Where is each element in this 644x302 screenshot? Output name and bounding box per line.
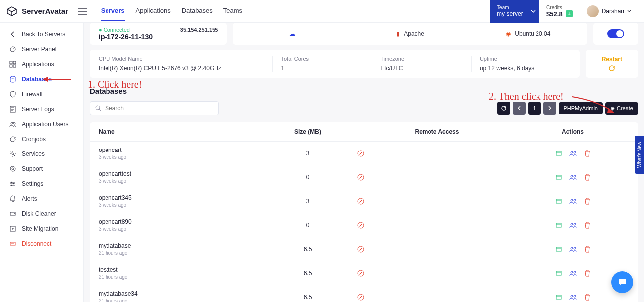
pager-prev-button[interactable] <box>513 102 526 115</box>
sidebar-settings[interactable]: Settings <box>0 176 83 191</box>
pager-page-button[interactable]: 1 <box>528 102 541 115</box>
sidebar-panel[interactable]: Server Panel <box>0 42 83 57</box>
top-header: ServerAvatar Servers Applications Databa… <box>0 0 644 23</box>
add-credits-button[interactable]: + <box>566 10 573 17</box>
delete-action[interactable] <box>584 270 590 277</box>
users-action[interactable] <box>569 246 577 253</box>
th-size: Size (MB) <box>258 128 357 135</box>
refresh-icon <box>608 65 615 72</box>
users-action[interactable] <box>569 198 577 205</box>
sidebar-item-label: Applications <box>22 61 54 68</box>
svg-rect-21 <box>556 151 561 155</box>
table-row: testtest21 hours ago6.5 <box>90 261 638 285</box>
sidebar-disk[interactable]: Disk Cleaner <box>0 206 83 221</box>
sidebar-back[interactable]: Back To Servers <box>0 27 83 42</box>
chevron-down-icon <box>531 10 536 13</box>
database-icon <box>9 76 17 83</box>
toolbar: 1 PHPMyAdmin ⊕Create <box>90 101 638 115</box>
nav-applications[interactable]: Applications <box>136 1 171 21</box>
sidebar-firewall[interactable]: Firewall <box>0 87 83 102</box>
open-action[interactable] <box>555 222 562 229</box>
nav-databases[interactable]: Databases <box>182 1 213 21</box>
sidebar-logs[interactable]: Server Logs <box>0 102 83 117</box>
open-action[interactable] <box>555 174 562 181</box>
chat-icon <box>617 277 627 287</box>
th-actions: Actions <box>517 128 629 135</box>
delete-action[interactable] <box>584 294 590 301</box>
search-field-wrap <box>90 101 219 115</box>
plus-icon: ⊕ <box>610 105 615 112</box>
table-row: mydatabase3421 hours ago6.5 <box>90 285 638 302</box>
bell-icon <box>9 195 17 202</box>
page-title: Databases <box>90 87 638 95</box>
users-action[interactable] <box>569 222 577 229</box>
db-size: 3 <box>258 150 357 157</box>
sidebar-alerts[interactable]: Alerts <box>0 191 83 206</box>
server-power-card <box>593 23 638 45</box>
nav-teams[interactable]: Teams <box>223 1 242 21</box>
gear-icon <box>9 151 17 157</box>
sidebar-appusers[interactable]: Application Users <box>0 117 83 132</box>
open-action[interactable] <box>555 270 562 277</box>
svg-point-23 <box>574 151 576 153</box>
sidebar-support[interactable]: Support <box>0 161 83 176</box>
svg-rect-2 <box>13 61 16 64</box>
delete-action[interactable] <box>584 222 590 229</box>
whats-new-tab[interactable]: What's New <box>635 136 644 174</box>
power-toggle[interactable] <box>607 29 624 38</box>
users-action[interactable] <box>569 150 577 157</box>
support-icon <box>9 165 17 172</box>
cloud-icon: ☁ <box>289 30 295 37</box>
users-action[interactable] <box>569 270 577 277</box>
restart-button[interactable]: Restart <box>586 50 638 78</box>
cores-label: Total Cores <box>281 56 364 62</box>
db-size: 6.5 <box>258 294 357 301</box>
db-time: 21 hours ago <box>99 298 258 302</box>
disk-icon <box>9 210 17 217</box>
logo-icon <box>6 5 18 17</box>
team-selector[interactable]: Team my server <box>490 0 539 23</box>
sidebar-migration[interactable]: Site Migration <box>0 221 83 236</box>
db-size: 0 <box>258 174 357 181</box>
nav-servers[interactable]: Servers <box>101 1 125 21</box>
server-hostname: ip-172-26-11-130 <box>99 33 218 41</box>
search-input[interactable] <box>105 105 214 112</box>
delete-action[interactable] <box>584 150 590 157</box>
open-action[interactable] <box>555 150 562 157</box>
svg-point-26 <box>571 175 573 177</box>
delete-action[interactable] <box>584 246 590 253</box>
migration-icon <box>9 225 17 232</box>
credits-box: Credits $52.8 + <box>539 0 580 23</box>
create-button[interactable]: ⊕Create <box>605 102 638 115</box>
cores-value: 1 <box>281 65 364 72</box>
phpmyadmin-button[interactable]: PHPMyAdmin <box>559 102 603 114</box>
pager-next-button[interactable] <box>543 102 556 115</box>
svg-point-13 <box>13 183 14 184</box>
open-action[interactable] <box>555 246 562 253</box>
refresh-button[interactable] <box>497 102 510 115</box>
table-row: opencart8903 weeks ago0 <box>90 213 638 237</box>
server-meta-cards: ☁ ▮Apache ◉Ubuntu 20.04 <box>233 23 587 45</box>
menu-toggle-icon[interactable] <box>78 8 87 15</box>
sidebar-item-label: Disconnect <box>22 240 51 247</box>
brand-name: ServerAvatar <box>22 7 68 15</box>
svg-point-47 <box>574 295 576 297</box>
profile-menu[interactable]: Darshan <box>580 0 638 23</box>
sidebar-applications[interactable]: Applications <box>0 57 83 72</box>
delete-action[interactable] <box>584 174 590 181</box>
svg-point-42 <box>571 271 573 273</box>
sidebar-services[interactable]: Services <box>0 147 83 161</box>
sidebar-databases[interactable]: Databases <box>0 72 83 87</box>
svg-point-31 <box>574 199 576 201</box>
users-action[interactable] <box>569 294 577 301</box>
sidebar-cronjobs[interactable]: Cronjobs <box>0 132 83 147</box>
chat-fab[interactable] <box>611 271 633 293</box>
open-action[interactable] <box>555 294 562 301</box>
delete-action[interactable] <box>584 198 590 205</box>
open-action[interactable] <box>555 198 562 205</box>
users-action[interactable] <box>569 174 577 181</box>
webserver-label: Apache <box>404 30 424 37</box>
brand-logo[interactable]: ServerAvatar <box>6 5 68 17</box>
sidebar-disconnect[interactable]: Disconnect <box>0 236 83 251</box>
svg-rect-4 <box>13 65 16 67</box>
